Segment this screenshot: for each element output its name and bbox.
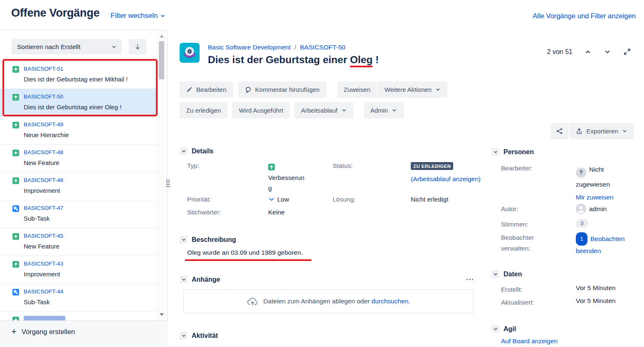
share-export-bar: Exportieren: [550, 123, 634, 139]
issue-key[interactable]: BASICSOFT-47: [24, 204, 153, 212]
issue-list-item-selected[interactable]: BASICSOFT-50Dies ist der Geburtstag eine…: [0, 89, 157, 117]
assign-to-me-link[interactable]: Mir zuweisen: [576, 191, 631, 204]
status-field: Status: ZU ERLEDIGEN (Arbeitsablauf anze…: [333, 162, 481, 183]
issue-key[interactable]: BASICSOFT-49: [24, 121, 153, 128]
issue-list-item[interactable]: BASICSOFT-51Dies ist der Geburtstag eine…: [0, 61, 157, 89]
votes-badge[interactable]: 0: [576, 219, 588, 230]
create-issue-button[interactable]: + Vorgang erstellen: [11, 327, 75, 336]
chevron-down-icon: [111, 44, 117, 50]
add-comment-button[interactable]: Kommentar hinzufügen: [238, 81, 326, 98]
issue-key[interactable]: BASICSOFT-51: [24, 65, 153, 73]
collapse-details-button[interactable]: [180, 147, 188, 155]
scrollbar-thumb[interactable]: [159, 41, 164, 79]
issue-summary: Improvement: [24, 270, 153, 279]
improvement-icon: [12, 94, 19, 101]
sort-select[interactable]: Sortieren nach Erstellt: [11, 39, 122, 54]
assign-button[interactable]: Zuweisen: [337, 81, 377, 98]
created-label: Erstellt:: [501, 284, 576, 295]
admin-label: Admin: [370, 107, 388, 114]
issue-list-item[interactable]: BASICSOFT-45New Feature: [0, 228, 157, 256]
resolution-value: Nicht erledigt: [411, 196, 448, 203]
type-label: Typ:: [187, 162, 268, 193]
add-comment-label: Kommentar hinzufügen: [255, 86, 320, 93]
resolution-field: Lösung: Nicht erledigt: [333, 196, 448, 203]
todo-transition-button[interactable]: Zu erledigen: [180, 102, 227, 118]
improvement-icon: [12, 66, 19, 73]
attachment-dropzone[interactable]: Dateien zum Anhängen ablegen oder durchs…: [183, 289, 474, 313]
collapse-activity-button[interactable]: [180, 332, 188, 340]
edit-label: Bearbeiten: [196, 86, 227, 93]
issue-list-item[interactable]: BASICSOFT-48New Feature: [0, 145, 157, 172]
show-workflow-link[interactable]: (Arbeitsablauf anzeigen): [411, 175, 481, 183]
collapse-description-button[interactable]: [180, 236, 188, 244]
share-button[interactable]: [550, 123, 568, 139]
agile-heading: Agil: [503, 325, 516, 333]
issue-list-item[interactable]: BASICSOFT-44Sub-Task: [0, 284, 157, 312]
issue-key[interactable]: BASICSOFT-43: [24, 260, 153, 268]
issue-key[interactable]: BASICSOFT-45: [24, 232, 153, 240]
all-filters-link[interactable]: Alle Vorgänge und Filter anzeigen: [533, 12, 636, 20]
fullscreen-button[interactable]: [623, 47, 632, 56]
assignee-value-block: ?Nicht zugewiesen Mir zuweisen: [576, 163, 631, 204]
issue-summary: New Feature: [24, 158, 153, 167]
more-actions-label: Weitere Aktionen: [385, 86, 432, 93]
breadcrumb-project-link[interactable]: Basic Software Development: [208, 44, 291, 51]
activity-heading: Aktivität: [192, 332, 218, 340]
created-field: Erstellt: Vor 5 Minuten: [501, 284, 616, 295]
collapse-dates-button[interactable]: [491, 270, 499, 278]
export-button[interactable]: Exportieren: [569, 123, 634, 139]
issue-key[interactable]: BASICSOFT-46: [24, 177, 153, 184]
plus-icon: +: [11, 327, 17, 336]
edit-button[interactable]: Bearbeiten: [180, 81, 233, 98]
dates-section-header: Daten: [491, 270, 522, 278]
scrollbar-down-arrow[interactable]: [157, 311, 166, 318]
scrollbar[interactable]: [157, 30, 166, 320]
ellipsis-icon: [466, 278, 474, 281]
browse-files-link[interactable]: durchsuchen.: [372, 298, 410, 305]
priority-text: Low: [277, 196, 289, 203]
priority-label: Priorität:: [187, 196, 268, 203]
issue-list-item-partial[interactable]: [0, 312, 157, 320]
todo-label: Zu erledigen: [186, 107, 221, 114]
admin-dropdown-button[interactable]: Admin: [364, 102, 404, 118]
in-progress-transition-button[interactable]: Wird Ausgeführt: [232, 102, 290, 118]
details-heading: Details: [192, 148, 213, 155]
arrow-down-icon: [134, 44, 141, 50]
page-title: Offene Vorgänge: [11, 7, 100, 20]
status-badge: ZU ERLEDIGEN: [411, 162, 453, 170]
issue-list-item[interactable]: BASICSOFT-47Sub-Task: [0, 200, 157, 228]
issue-list-item[interactable]: BASICSOFT-43Improvement: [0, 256, 157, 284]
priority-value: Low: [268, 196, 289, 203]
sort-direction-button[interactable]: [129, 39, 146, 54]
attachments-heading: Anhänge: [192, 276, 220, 283]
watchers-count-badge[interactable]: 1: [576, 232, 587, 246]
panel-resize-handle[interactable]: [166, 180, 170, 187]
activity-section-header: Aktivität: [180, 332, 218, 340]
attachments-section-header: Anhänge: [180, 276, 474, 283]
view-on-board-link[interactable]: Auf Board anzeigen: [501, 337, 558, 345]
issue-key[interactable]: BASICSOFT-48: [24, 149, 153, 156]
collapse-attachments-button[interactable]: [180, 276, 188, 283]
watchers-field: Beobachter verwalten: 1Beobachten beende…: [501, 232, 631, 256]
collapse-agile-button[interactable]: [491, 325, 499, 333]
issue-list-item[interactable]: BASICSOFT-49Neue Hierarchie: [0, 117, 157, 145]
issue-key[interactable]: BASICSOFT-50: [24, 93, 153, 101]
filter-switch-link[interactable]: Filter wechseln: [111, 12, 165, 20]
issue-key[interactable]: BASICSOFT-44: [24, 288, 153, 295]
status-value-block: ZU ERLEDIGEN (Arbeitsablauf anzeigen): [411, 162, 481, 183]
pager-position: 2 von 51: [547, 48, 572, 56]
attachments-menu-button[interactable]: [466, 278, 474, 281]
issue-list-item[interactable]: BASICSOFT-46Improvement: [0, 172, 157, 200]
labels-field: Stichwörter: Keine: [187, 209, 285, 216]
description-heading: Beschreibung: [192, 236, 236, 244]
workflow-dropdown-button[interactable]: Arbeitsablauf: [294, 102, 353, 118]
breadcrumb-issue-link[interactable]: BASICSOFT-50: [300, 44, 345, 51]
previous-issue-button[interactable]: [584, 48, 592, 56]
collapse-people-button[interactable]: [491, 148, 499, 156]
action-toolbar: Bearbeiten Kommentar hinzufügen Zuweisen…: [180, 81, 447, 98]
type-field: Typ: Verbesserung: [187, 162, 306, 193]
scrollbar-up-arrow[interactable]: [157, 33, 166, 39]
breadcrumb: Basic Software Development / BASICSOFT-5…: [208, 44, 345, 51]
next-issue-button[interactable]: [603, 48, 612, 56]
more-actions-button[interactable]: Weitere Aktionen: [378, 81, 447, 98]
